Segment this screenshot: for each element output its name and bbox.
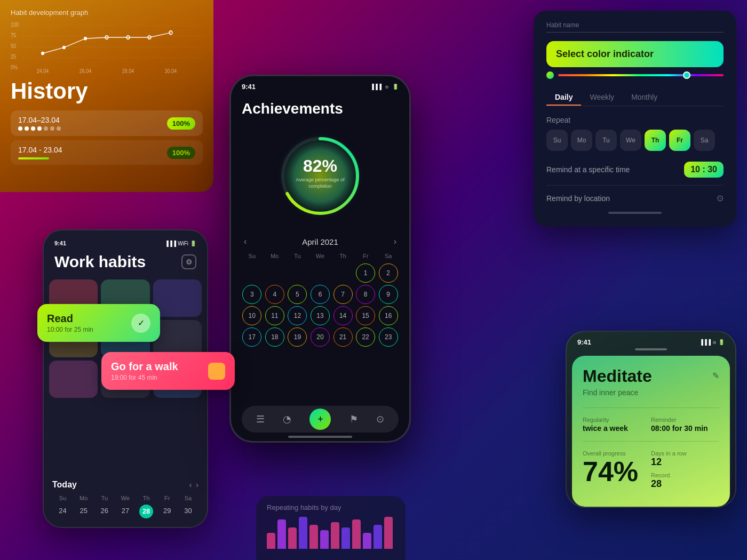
flag-nav-icon[interactable]: ⚑ — [349, 413, 358, 425]
reminder-value: 08:00 for 30 min — [651, 424, 719, 433]
walk-icon — [208, 363, 225, 380]
tab-monthly[interactable]: Monthly — [623, 90, 666, 106]
meditate-divider-2 — [583, 441, 719, 442]
overall-progress: Overall progress 74% — [583, 450, 651, 494]
cal-cell[interactable]: 1 — [356, 263, 375, 283]
day-tu[interactable]: Tu — [595, 130, 617, 151]
cal-cell[interactable]: 5 — [288, 285, 307, 304]
days-stats: Days in a row 12 Record 28 — [651, 450, 719, 494]
edit-icon[interactable]: ✎ — [712, 371, 719, 381]
cal-cell[interactable]: 18 — [265, 327, 284, 347]
frequency-tabs: Daily Weekly Monthly — [546, 90, 724, 106]
add-nav-button[interactable]: + — [309, 409, 331, 430]
day-su[interactable]: Su — [546, 130, 568, 151]
bar-9 — [352, 519, 361, 549]
cal-cell[interactable]: 16 — [379, 306, 398, 325]
person-nav-icon[interactable]: ⊙ — [376, 413, 384, 425]
cal-cell[interactable] — [288, 263, 307, 283]
gear-icon[interactable]: ⚙ — [181, 254, 196, 269]
bar-11 — [374, 525, 382, 549]
cal-cell[interactable]: 6 — [311, 285, 330, 304]
svg-point-15 — [84, 37, 87, 41]
bar-3 — [288, 527, 297, 549]
phone-status-icons: ▐▐▐ ⌾ 🔋 — [370, 84, 399, 90]
color-slider-row — [546, 71, 724, 79]
svg-point-20 — [277, 133, 363, 219]
cal-cell[interactable]: 10 — [242, 306, 261, 325]
cal-cell[interactable]: 11 — [265, 306, 284, 325]
cal-cell[interactable]: 21 — [333, 327, 353, 347]
days-selector: Su Mo Tu We Th Fr Sa — [546, 130, 724, 151]
cal-cell[interactable]: 3 — [242, 285, 261, 304]
svg-text:100: 100 — [11, 22, 19, 28]
habit-graph: 100 75 50 25 0% 24.04 26.04 28.04 30.04 — [11, 21, 203, 74]
cal-cell[interactable]: 13 — [311, 306, 330, 325]
cal-cell[interactable] — [242, 263, 261, 283]
month-next-arrow[interactable]: › — [394, 237, 396, 246]
next-arrow[interactable]: › — [196, 481, 198, 489]
cal-cell[interactable]: 23 — [379, 327, 398, 347]
work-phone-time: 9:41 — [54, 240, 66, 246]
cal-cell[interactable] — [311, 263, 330, 283]
work-phone-status-bar: 9:41 ▐▐▐ WiFi 🔋 — [44, 230, 207, 253]
cal-cell[interactable]: 4 — [265, 285, 284, 304]
meditate-status-bar: 9:41 ▐▐▐ ⌾ 🔋 — [567, 332, 735, 346]
color-slider-thumb[interactable] — [683, 71, 690, 79]
cal-cell[interactable]: 15 — [356, 306, 375, 325]
record-value: 28 — [651, 478, 719, 490]
cal-cell[interactable]: 9 — [379, 285, 398, 304]
meditate-stats: Regularity twice a week Reminder 08:00 f… — [583, 417, 719, 433]
cal-cell[interactable]: 2 — [379, 263, 398, 283]
day-sa[interactable]: Sa — [694, 130, 715, 151]
read-habit-card[interactable]: Read 10:00 for 25 min ✓ — [37, 304, 160, 342]
time-badge[interactable]: 10 : 30 — [684, 162, 724, 178]
work-habits-header: Work habits ⚙ — [44, 253, 207, 279]
reminder-label: Reminder — [651, 417, 719, 423]
meditate-time: 9:41 — [577, 338, 591, 346]
phone-bottom-nav: ☰ ◔ + ⚑ ⊙ — [242, 406, 399, 433]
achievements-title: Achievements — [242, 100, 399, 117]
cal-cell[interactable]: 8 — [356, 285, 375, 304]
cal-cell[interactable]: 7 — [333, 285, 353, 304]
meditate-divider — [583, 407, 719, 408]
color-indicator-button[interactable]: Select color indicator — [546, 41, 724, 67]
cal-cell[interactable]: 22 — [356, 327, 375, 347]
cal-cell[interactable]: 20 — [311, 327, 330, 347]
regularity-value: twice a week — [583, 424, 651, 433]
svg-text:75: 75 — [11, 33, 16, 39]
walk-habit-card[interactable]: Go for a walk 19:00 for 45 min — [101, 352, 235, 390]
cal-cell[interactable]: 17 — [242, 327, 261, 347]
bar-10 — [363, 533, 371, 549]
meditate-phone: 9:41 ▐▐▐ ⌾ 🔋 Meditate ✎ Find inner peace… — [566, 331, 736, 508]
day-fr[interactable]: Fr — [669, 130, 690, 151]
cal-cell[interactable]: 19 — [288, 327, 307, 347]
day-we[interactable]: We — [620, 130, 641, 151]
days-in-row-value: 12 — [651, 457, 719, 468]
color-slider[interactable] — [558, 74, 724, 76]
bar-1 — [267, 533, 275, 549]
repeating-habits-card: Repeating habits by day — [256, 496, 406, 560]
prev-arrow[interactable]: ‹ — [189, 481, 192, 489]
cal-cell[interactable]: 12 — [288, 306, 307, 325]
remind-time-label: Remind at a specific time — [546, 165, 630, 174]
list-nav-icon[interactable]: ☰ — [256, 413, 265, 425]
bar-2 — [277, 519, 286, 549]
tab-daily[interactable]: Daily — [546, 90, 581, 106]
achievements-calendar: Su Mo Tu We Th Fr Sa 1 2 3 4 5 6 7 8 9 1… — [242, 253, 399, 347]
tab-weekly[interactable]: Weekly — [581, 90, 623, 106]
day-mo[interactable]: Mo — [571, 130, 592, 151]
pie-nav-icon[interactable]: ◔ — [283, 413, 291, 425]
cal-cell[interactable] — [333, 263, 353, 283]
achievements-phone: 9:41 ▐▐▐ ⌾ 🔋 Achievements — [229, 75, 411, 443]
graph-title: Habit development graph — [11, 9, 203, 17]
bar-12 — [384, 517, 393, 549]
read-title: Read — [47, 313, 93, 325]
habit-name-label: Habit name — [546, 21, 724, 29]
cal-cell[interactable]: 14 — [333, 306, 353, 325]
month-prev-arrow[interactable]: ‹ — [244, 237, 247, 246]
cal-cell[interactable] — [265, 263, 284, 283]
day-th[interactable]: Th — [645, 130, 666, 151]
location-pin-icon[interactable]: ⊙ — [717, 193, 724, 203]
walk-subtitle: 19:00 for 45 min — [111, 374, 178, 381]
svg-text:28.04: 28.04 — [122, 68, 134, 74]
